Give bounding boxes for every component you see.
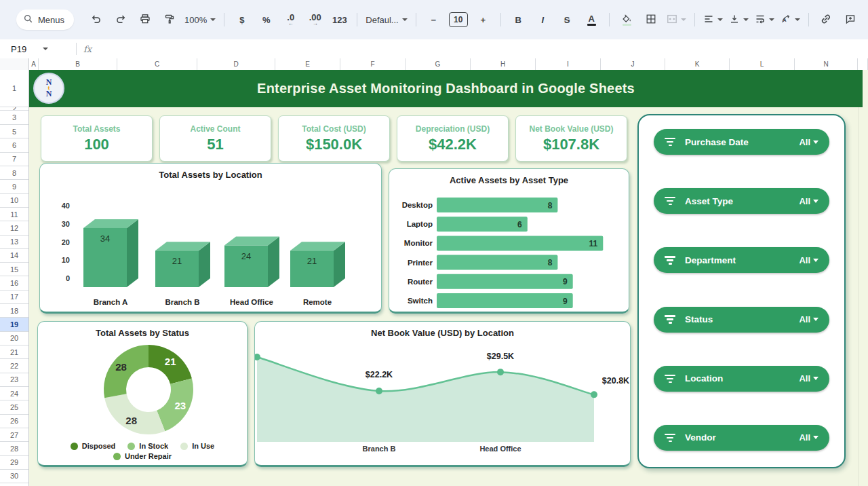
filter-value-dropdown[interactable]: All [799, 373, 818, 384]
chart-card-total-assets-by-location[interactable]: Total Assets by Location 40302010034Bran… [39, 163, 382, 314]
row-header-9[interactable]: 9 [0, 180, 28, 193]
filter-value-dropdown[interactable]: All [799, 314, 818, 324]
increase-font-size-button[interactable]: + [474, 10, 492, 29]
row-header-31[interactable]: 31 [0, 483, 28, 486]
row-header-28[interactable]: 28 [0, 442, 28, 455]
column-header-E[interactable]: E [275, 58, 340, 70]
row-header-14[interactable]: 14 [0, 249, 28, 263]
filter-value-dropdown[interactable]: All [799, 137, 818, 147]
logo-letter-bottom: N [46, 91, 52, 98]
row-number: 30 [10, 472, 18, 480]
strikethrough-button[interactable]: S [558, 10, 576, 29]
row-header-13[interactable]: 13 [0, 236, 28, 249]
row-header-17[interactable]: 17 [0, 291, 28, 304]
column-header-partial[interactable] [858, 58, 868, 70]
fill-color-button[interactable] [618, 10, 636, 29]
row-header-16[interactable]: 16 [0, 276, 28, 290]
chart-card-active-assets-by-asset-type[interactable]: Active Assets by Asset Type Desktop8Lapt… [389, 168, 629, 314]
borders-button[interactable] [642, 10, 660, 29]
column-header-F[interactable]: F [340, 58, 406, 70]
column-header-I[interactable]: I [536, 58, 601, 70]
column-header-A[interactable]: A [29, 58, 39, 70]
column-header-K[interactable]: K [665, 58, 730, 70]
row-header-10[interactable]: 10 [0, 194, 28, 208]
fx-icon[interactable]: fx [83, 44, 92, 54]
filter-pill-location[interactable]: LocationAll [654, 366, 829, 392]
row-header-27[interactable]: 27 [0, 428, 28, 442]
name-box-caret-icon[interactable] [43, 48, 48, 50]
row-header-3[interactable]: 3 [0, 111, 28, 125]
horizontal-align-icon [703, 14, 714, 26]
row-header-12[interactable]: 12 [0, 221, 28, 235]
text-rotation-button[interactable]: A [781, 10, 800, 29]
column-header-J[interactable]: J [601, 58, 665, 70]
filter-pill-purchase-date[interactable]: Purchase DateAll [654, 129, 829, 155]
menus-search-button[interactable]: Menus [16, 10, 74, 30]
decrease-decimal-button[interactable]: .0← [281, 10, 300, 29]
row-header-19[interactable]: 19 [0, 318, 28, 331]
row-header-29[interactable]: 29 [0, 456, 28, 470]
column-header-B[interactable]: B [39, 58, 117, 70]
row-header-5[interactable]: 5 [0, 125, 28, 138]
undo-button[interactable] [87, 10, 105, 29]
row-header-18[interactable]: 18 [0, 304, 28, 318]
row-header-21[interactable]: 21 [0, 345, 28, 359]
column-letter: G [435, 60, 441, 68]
row-header-23[interactable]: 23 [0, 373, 28, 387]
filter-value-dropdown[interactable]: All [799, 196, 818, 206]
vertical-align-button[interactable] [729, 10, 749, 29]
column-header-N[interactable]: N [795, 58, 858, 70]
row-header-15[interactable]: 15 [0, 263, 28, 276]
row-header-11[interactable]: 11 [0, 208, 28, 221]
filter-pill-status[interactable]: StatusAll [654, 307, 829, 333]
bold-button[interactable]: B [509, 10, 528, 29]
row-header-20[interactable]: 20 [0, 332, 28, 345]
column-header-G[interactable]: G [406, 58, 471, 70]
font-size-button[interactable]: 10 [449, 10, 468, 29]
select-all-corner[interactable] [0, 58, 29, 70]
merge-cells-icon [667, 14, 677, 26]
decrease-font-size-button[interactable]: − [425, 10, 443, 29]
row-header-6[interactable]: 6 [0, 138, 28, 152]
kpi-value: 51 [207, 136, 223, 153]
increase-decimal-button[interactable]: .00→ [306, 10, 324, 29]
text-wrap-button[interactable] [755, 10, 774, 29]
zoom-button[interactable]: 100% [184, 10, 216, 29]
insert-link-button[interactable] [817, 10, 835, 29]
row-header-7[interactable]: 7 [0, 153, 28, 166]
filter-pill-department[interactable]: DepartmentAll [654, 247, 829, 273]
column-header-D[interactable]: D [197, 58, 275, 70]
column-header-C[interactable]: C [117, 58, 197, 70]
chart-card-net-book-value-by-location[interactable]: Net Book Value (USD) by Location $22.2K$… [254, 321, 631, 467]
row-header-25[interactable]: 25 [0, 400, 28, 414]
paint-format-button[interactable] [160, 10, 178, 29]
italic-button[interactable]: I [534, 10, 552, 29]
format-percent-button[interactable]: % [257, 10, 275, 29]
row-header-26[interactable]: 26 [0, 415, 28, 428]
row-header-22[interactable]: 22 [0, 359, 28, 373]
horizontal-align-button[interactable] [703, 10, 723, 29]
name-box[interactable]: P19 [0, 44, 69, 54]
column-header-H[interactable]: H [471, 58, 536, 70]
insert-comment-button[interactable] [842, 10, 860, 29]
print-button[interactable] [136, 10, 154, 29]
filter-value-dropdown[interactable]: All [799, 432, 818, 443]
more-formats-button[interactable]: 123 [330, 10, 349, 29]
filter-pill-vendor[interactable]: VendorAll [654, 425, 829, 451]
font-button[interactable]: Defaul... [366, 10, 407, 29]
row-header-30[interactable]: 30 [0, 470, 28, 483]
legend-dot [113, 453, 121, 460]
column-headers: ABCDEFGHIJKLN [0, 58, 868, 70]
row-header-24[interactable]: 24 [0, 387, 28, 400]
filter-value-dropdown[interactable]: All [799, 255, 818, 265]
redo-button[interactable] [111, 10, 130, 29]
format-currency-button[interactable]: $ [233, 10, 251, 29]
filter-pill-asset-type[interactable]: Asset TypeAll [654, 188, 829, 214]
font-size-value[interactable]: 10 [449, 12, 468, 27]
row-header-8[interactable]: 8 [0, 166, 28, 180]
filter-label: Purchase Date [685, 137, 799, 147]
chart-card-total-assets-by-status[interactable]: Total Assets by Status 21232828 Disposed… [37, 321, 248, 467]
column-header-L[interactable]: L [730, 58, 795, 70]
row-header-1[interactable]: 1 [0, 70, 28, 107]
text-color-button[interactable]: A [583, 10, 601, 29]
